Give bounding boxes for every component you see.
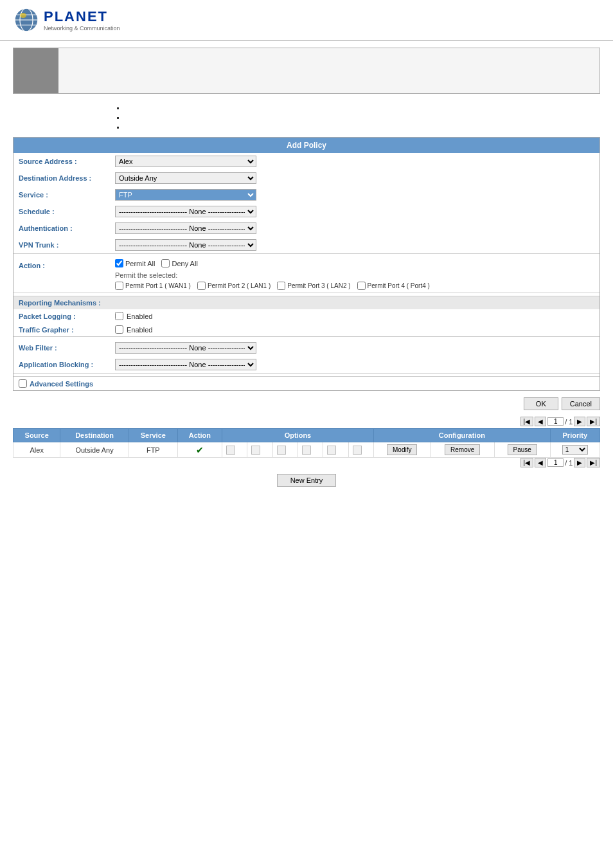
row-source: Alex	[13, 442, 60, 458]
page-input[interactable]	[547, 417, 564, 426]
traffic-grapher-checkbox[interactable]	[115, 325, 123, 334]
traffic-grapher-row: Traffic Grapher : Enabled	[13, 323, 600, 337]
form-title: Add Policy	[13, 138, 600, 153]
traffic-grapher-enabled-label: Enabled	[127, 326, 152, 334]
vpn-trunk-select[interactable]: ----------------------------- None -----…	[115, 239, 256, 251]
logo-text: PLANET Networking & Communication	[44, 8, 120, 32]
schedule-cell: ----------------------------- None -----…	[110, 203, 600, 220]
permit-all-checkbox[interactable]	[115, 259, 123, 267]
port-options: Permit Port 1 ( WAN1 ) Permit Port 2 ( L…	[115, 282, 594, 290]
permit-all-label[interactable]: Permit All	[115, 259, 155, 267]
vpn-trunk-row: VPN Trunk : ----------------------------…	[13, 237, 600, 254]
row-service: FTP	[129, 442, 177, 458]
data-table: Source Destination Service Action Option…	[13, 428, 600, 458]
port-1-checkbox[interactable]	[115, 282, 123, 290]
col-configuration: Configuration	[374, 429, 550, 442]
option-box-1	[226, 446, 235, 455]
schedule-row: Schedule : -----------------------------…	[13, 203, 600, 220]
table-body: Alex Outside Any FTP ✔ Modify Remove Pau…	[13, 442, 600, 458]
last-page-btn-bottom[interactable]: ▶|	[587, 458, 600, 467]
action-checkmark: ✔	[196, 445, 204, 455]
source-address-label: Source Address :	[13, 153, 110, 170]
row-pause: Pause	[494, 442, 550, 458]
reporting-header-row: Reporting Mechanisms :	[13, 296, 600, 310]
schedule-select[interactable]: ----------------------------- None -----…	[115, 206, 256, 217]
prev-page-btn-bottom[interactable]: ◀	[535, 458, 546, 467]
packet-logging-cell: Enabled	[110, 309, 600, 323]
traffic-grapher-cell: Enabled	[110, 323, 600, 337]
port-4-option[interactable]: Permit Port 4 ( Port4 )	[357, 282, 430, 290]
app-blocking-cell: ----------------------------- None -----…	[110, 356, 600, 374]
row-opt-4	[298, 442, 323, 458]
banner	[13, 48, 600, 94]
authentication-cell: ----------------------------- None -----…	[110, 220, 600, 237]
row-destination: Outside Any	[60, 442, 129, 458]
vpn-trunk-label: VPN Trunk :	[13, 237, 110, 254]
packet-logging-checkbox[interactable]	[115, 312, 123, 320]
service-cell: FTP	[110, 186, 600, 203]
pagination-top: |◀ ◀ / 1 ▶ ▶|	[13, 417, 600, 426]
reporting-mechanisms-label: Reporting Mechanisms :	[13, 296, 600, 310]
col-service: Service	[129, 429, 177, 442]
service-label: Service :	[13, 186, 110, 203]
advanced-settings-text: Advanced Settings	[30, 380, 93, 388]
service-select[interactable]: FTP	[115, 189, 256, 201]
web-filter-row: Web Filter : ---------------------------…	[13, 339, 600, 356]
next-page-btn-bottom[interactable]: ▶	[574, 458, 585, 467]
last-page-btn[interactable]: ▶|	[587, 417, 600, 426]
pagination-bottom: |◀ ◀ / 1 ▶ ▶|	[13, 458, 600, 467]
permit-selected-label: Permit the selected:	[115, 271, 594, 279]
advanced-settings-label[interactable]: Advanced Settings	[19, 379, 594, 388]
authentication-select[interactable]: ----------------------------- None -----…	[115, 222, 256, 234]
port-3-option[interactable]: Permit Port 3 ( LAN2 )	[277, 282, 350, 290]
row-opt-1	[222, 442, 247, 458]
table-row: Alex Outside Any FTP ✔ Modify Remove Pau…	[13, 442, 600, 458]
advanced-settings-checkbox[interactable]	[19, 379, 27, 388]
bullet-item	[125, 113, 600, 121]
banner-content	[58, 48, 600, 93]
remove-button[interactable]: Remove	[445, 444, 480, 455]
row-modify: Modify	[374, 442, 431, 458]
new-entry-button[interactable]: New Entry	[277, 474, 337, 487]
destination-address-select[interactable]: Outside Any	[115, 172, 256, 184]
table-header-row: Source Destination Service Action Option…	[13, 429, 600, 442]
row-remove: Remove	[431, 442, 495, 458]
logo: PLANET Networking & Communication	[13, 6, 120, 33]
port-3-checkbox[interactable]	[277, 282, 285, 290]
app-blocking-select[interactable]: ----------------------------- None -----…	[115, 359, 256, 370]
cancel-button[interactable]: Cancel	[562, 397, 600, 410]
col-options: Options	[222, 429, 373, 442]
bullet-section	[116, 104, 600, 131]
source-address-select[interactable]: Alex	[115, 156, 256, 167]
traffic-grapher-label: Traffic Grapher :	[13, 323, 110, 337]
deny-all-checkbox[interactable]	[161, 259, 170, 267]
header: PLANET Networking & Communication	[0, 0, 613, 41]
prev-page-btn[interactable]: ◀	[535, 417, 546, 426]
logo-tagline: Networking & Communication	[44, 25, 120, 32]
modify-button[interactable]: Modify	[387, 444, 417, 455]
web-filter-select[interactable]: ----------------------------- None -----…	[115, 342, 256, 354]
port-2-checkbox[interactable]	[197, 282, 206, 290]
priority-select[interactable]: 1 2 3	[562, 445, 588, 455]
port-2-option[interactable]: Permit Port 2 ( LAN1 )	[197, 282, 271, 290]
traffic-grapher-enabled-row: Enabled	[115, 325, 594, 334]
port-4-checkbox[interactable]	[357, 282, 366, 290]
first-page-btn[interactable]: |◀	[520, 417, 534, 426]
row-action: ✔	[177, 442, 222, 458]
option-box-5	[327, 446, 336, 455]
port-1-option[interactable]: Permit Port 1 ( WAN1 )	[115, 282, 191, 290]
pause-button[interactable]: Pause	[508, 444, 537, 455]
option-box-6	[353, 446, 362, 455]
new-entry-container: New Entry	[13, 474, 600, 487]
destination-address-label: Destination Address :	[13, 170, 110, 186]
deny-all-label[interactable]: Deny All	[161, 259, 197, 267]
next-page-btn[interactable]: ▶	[574, 417, 585, 426]
schedule-label: Schedule :	[13, 203, 110, 220]
logo-planet: PLANET	[44, 8, 120, 25]
action-label: Action :	[13, 257, 110, 293]
ok-button[interactable]: OK	[524, 397, 558, 410]
page-input-bottom[interactable]	[547, 458, 564, 467]
row-priority: 1 2 3	[550, 442, 600, 458]
web-filter-cell: ----------------------------- None -----…	[110, 339, 600, 356]
first-page-btn-bottom[interactable]: |◀	[520, 458, 534, 467]
